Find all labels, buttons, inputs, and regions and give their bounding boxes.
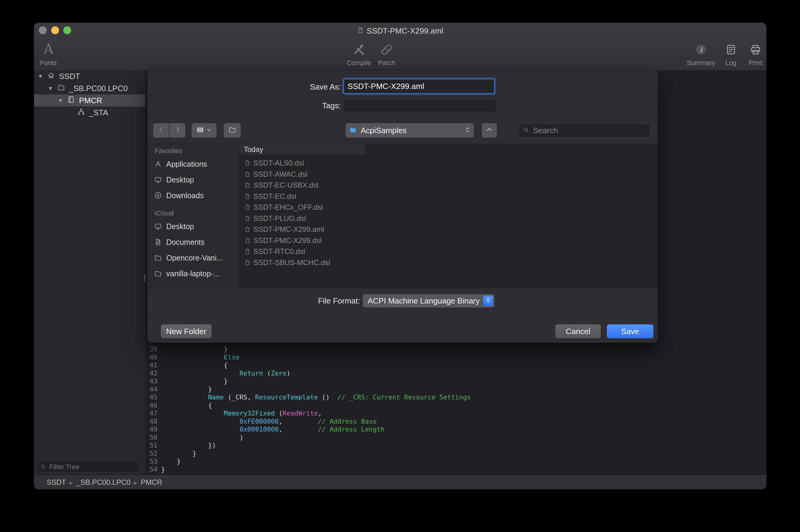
save-button[interactable]: Save xyxy=(607,324,653,338)
folder-icon xyxy=(349,126,357,135)
file-item-label: SSDT-SBUS-MCHC.dsl xyxy=(254,259,330,267)
popup-stepper xyxy=(483,296,493,306)
breadcrumb-item[interactable]: _SB.PC00.LPC0 xyxy=(76,478,131,486)
filter-tree-input[interactable] xyxy=(49,463,137,471)
line-number: 41 xyxy=(145,361,157,369)
document-proxy-icon[interactable] xyxy=(357,26,364,36)
doc-icon xyxy=(244,204,250,210)
patch-label: Patch xyxy=(378,59,395,67)
status-bar: SSDT▸_SB.PC00.LPC0▸PMCR xyxy=(34,475,766,489)
updown-icon xyxy=(485,297,491,303)
forward-button[interactable] xyxy=(170,123,185,138)
doc-icon xyxy=(244,171,250,177)
toolbar-patch-button[interactable]: Patch xyxy=(378,41,395,67)
up-directory-button[interactable] xyxy=(482,123,497,138)
toolbar-log-button[interactable]: Log xyxy=(725,41,737,67)
file-item-label: SSDT-ALS0.dsl xyxy=(254,159,304,167)
sidebar-item-applications[interactable]: Applications xyxy=(147,156,239,172)
search-icon xyxy=(523,127,529,134)
file-item[interactable]: SSDT-EC.dsl xyxy=(240,191,365,202)
line-number: 44 xyxy=(145,385,157,394)
code-line: 51 }) xyxy=(145,441,471,450)
line-number: 39 xyxy=(145,345,157,354)
doc-icon xyxy=(244,248,250,254)
file-item-label: SSDT-EC.dsl xyxy=(254,192,296,201)
code-text: } xyxy=(161,377,228,385)
view-mode-button[interactable] xyxy=(192,123,217,138)
file-item-label: SSDT-EHCx_OFF.dsl xyxy=(254,203,323,211)
file-item[interactable]: SSDT-PLUG.dsl xyxy=(240,213,365,224)
sidebar-item-documents[interactable]: Documents xyxy=(147,234,239,250)
tree-item-label: PMCR xyxy=(79,96,103,105)
code-line: 41 { xyxy=(145,361,471,369)
sidebar-item-desktop[interactable]: Desktop xyxy=(147,218,239,234)
sidebar-item-label: vanilla-laptop-... xyxy=(166,269,220,278)
search-field[interactable] xyxy=(519,124,650,137)
sidebar-item-label: Documents xyxy=(166,238,204,247)
tree-item-SSDT[interactable]: ▾SSDT xyxy=(34,70,145,82)
divider xyxy=(147,118,658,118)
code-text: 0xFE000000, // Address Base xyxy=(161,418,377,426)
code-text: 0x00010000, // Address Length xyxy=(161,425,385,434)
save-as-input[interactable] xyxy=(343,79,495,94)
sidebar-item-desktop[interactable]: Desktop xyxy=(147,172,239,188)
folder-button[interactable] xyxy=(224,123,241,138)
file-item[interactable]: SSDT-EHCx_OFF.dsl xyxy=(240,202,365,213)
line-number: 40 xyxy=(145,354,157,362)
location-popup[interactable]: AcpiSamples xyxy=(346,123,474,138)
code-text: } xyxy=(161,458,181,466)
file-item[interactable]: SSDT-SBUS-MCHC.dsl xyxy=(240,257,365,268)
sidebar-item-vanilla-laptop-[interactable]: vanilla-laptop-... xyxy=(147,266,239,281)
files-column: Today SSDT-ALS0.dslSSDT-AWAC.dslSSDT-EC-… xyxy=(240,144,366,288)
doc-icon xyxy=(244,160,250,166)
file-item[interactable]: SSDT-PMC-X299.aml xyxy=(240,224,365,235)
updown-icon xyxy=(464,127,471,133)
file-item-label: SSDT-PMC-X299.aml xyxy=(254,225,324,234)
download-icon xyxy=(154,192,162,200)
doc-icon xyxy=(244,215,250,222)
code-text: } xyxy=(161,450,197,458)
toolbar-compile-button[interactable]: Compile xyxy=(347,41,371,67)
code-text: Return (Zero) xyxy=(161,369,291,378)
titlebar[interactable]: SSDT-PMC-X299.aml xyxy=(34,23,766,39)
file-item-label: SSDT-PMC-X299.dsl xyxy=(254,236,321,245)
disclosure-triangle-icon[interactable]: ▾ xyxy=(59,97,67,104)
toolbar-summary-button[interactable]: i Summary xyxy=(687,41,715,67)
breadcrumb-item[interactable]: PMCR xyxy=(141,478,162,486)
patch-bandaid-icon xyxy=(380,43,394,57)
tree-item-label: _SB.PC00.LPC0 xyxy=(69,84,128,93)
save-dialog: Save As: Tags: AcpiSamples Favorites xyxy=(147,71,658,343)
back-button[interactable] xyxy=(153,123,169,138)
line-number: 52 xyxy=(145,450,157,458)
breadcrumb-separator-icon: ▸ xyxy=(134,479,137,486)
toolbar-fonts-button[interactable]: A Fonts xyxy=(40,41,57,67)
file-item-label: SSDT-EC-USBX.dsl xyxy=(254,181,319,189)
sidebar-item-opencore-vani-[interactable]: Opencore-Vani... xyxy=(147,250,239,266)
file-item[interactable]: SSDT-RTC0.dsl xyxy=(240,246,365,257)
new-folder-button[interactable]: New Folder xyxy=(161,324,212,338)
tree-item-_STA[interactable]: _STA xyxy=(34,107,145,119)
doc-icon xyxy=(244,226,250,232)
disclosure-triangle-icon[interactable]: ▾ xyxy=(49,84,57,92)
sidebar-item-label: Opencore-Vani... xyxy=(166,253,223,262)
sidebar-item-downloads[interactable]: Downloads xyxy=(147,188,239,203)
folder-icon xyxy=(154,270,162,278)
file-item[interactable]: SSDT-EC-USBX.dsl xyxy=(240,180,365,191)
code-text: } xyxy=(161,345,228,354)
disclosure-triangle-icon[interactable]: ▾ xyxy=(39,72,47,80)
monitor-icon xyxy=(154,223,162,230)
file-item[interactable]: SSDT-ALS0.dsl xyxy=(240,158,365,169)
tree-item-_SB.PC00.LPC0[interactable]: ▾_SB.PC00.LPC0 xyxy=(34,82,145,94)
search-input[interactable] xyxy=(532,126,646,136)
file-item-label: SSDT-PLUG.dsl xyxy=(254,214,306,223)
cancel-button[interactable]: Cancel xyxy=(555,324,601,338)
breadcrumb-item[interactable]: SSDT xyxy=(46,478,66,486)
tree-item-PMCR[interactable]: ▾PMCR xyxy=(34,94,145,107)
tags-input[interactable] xyxy=(343,99,496,112)
filter-tree-field[interactable] xyxy=(37,461,139,473)
line-number: 43 xyxy=(145,377,157,385)
file-format-popup[interactable]: ACPI Machine Language Binary xyxy=(363,294,495,307)
toolbar-print-button[interactable]: Print xyxy=(748,41,762,67)
file-item[interactable]: SSDT-AWAC.dsl xyxy=(240,169,365,180)
file-item[interactable]: SSDT-PMC-X299.dsl xyxy=(240,235,365,246)
